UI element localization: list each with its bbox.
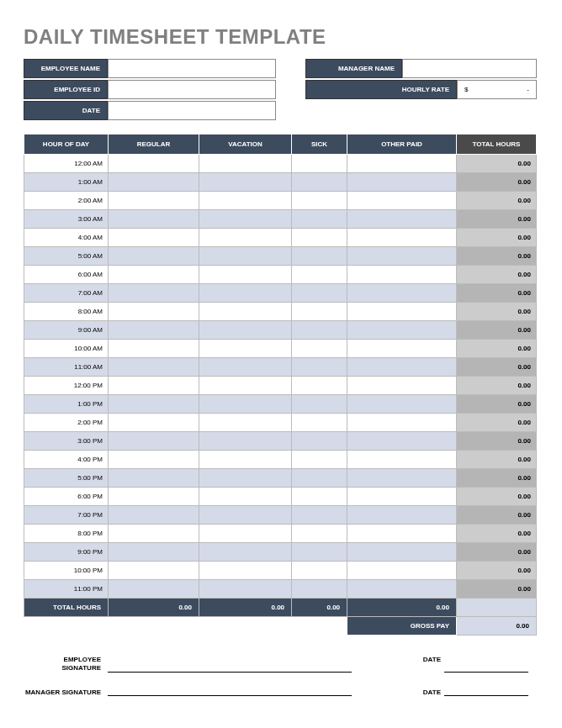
sick-cell[interactable] [292,284,347,303]
other-cell[interactable] [347,562,457,580]
regular-cell[interactable] [109,469,199,488]
sick-cell[interactable] [292,395,347,414]
regular-cell[interactable] [109,488,199,506]
sick-cell[interactable] [292,580,347,599]
vacation-cell[interactable] [199,210,291,229]
vacation-cell[interactable] [199,340,291,358]
vacation-cell[interactable] [199,284,291,303]
other-cell[interactable] [347,414,457,432]
sick-cell[interactable] [292,432,347,451]
sick-cell[interactable] [292,210,347,229]
sick-cell[interactable] [292,414,347,432]
other-cell[interactable] [347,506,457,525]
regular-cell[interactable] [109,192,199,210]
vacation-cell[interactable] [199,266,291,284]
regular-cell[interactable] [109,432,199,451]
vacation-cell[interactable] [199,303,291,321]
other-cell[interactable] [347,432,457,451]
regular-cell[interactable] [109,321,199,340]
other-cell[interactable] [347,340,457,358]
mgr-name-input[interactable] [402,59,537,78]
sick-cell[interactable] [292,562,347,580]
other-cell[interactable] [347,525,457,543]
other-cell[interactable] [347,469,457,488]
regular-cell[interactable] [109,358,199,377]
sick-cell[interactable] [292,451,347,469]
vacation-cell[interactable] [199,451,291,469]
other-cell[interactable] [347,210,457,229]
sick-cell[interactable] [292,543,347,562]
rate-input[interactable]: $ - [457,80,537,99]
sick-cell[interactable] [292,525,347,543]
other-cell[interactable] [347,266,457,284]
sick-cell[interactable] [292,229,347,247]
vacation-cell[interactable] [199,395,291,414]
sick-cell[interactable] [292,192,347,210]
regular-cell[interactable] [109,340,199,358]
sick-cell[interactable] [292,506,347,525]
mgr-sig-date-line[interactable] [444,695,528,696]
other-cell[interactable] [347,488,457,506]
other-cell[interactable] [347,247,457,266]
vacation-cell[interactable] [199,562,291,580]
regular-cell[interactable] [109,210,199,229]
regular-cell[interactable] [109,284,199,303]
regular-cell[interactable] [109,525,199,543]
vacation-cell[interactable] [199,525,291,543]
sick-cell[interactable] [292,377,347,395]
vacation-cell[interactable] [199,155,291,173]
other-cell[interactable] [347,173,457,192]
other-cell[interactable] [347,192,457,210]
vacation-cell[interactable] [199,247,291,266]
other-cell[interactable] [347,543,457,562]
regular-cell[interactable] [109,377,199,395]
date-input[interactable] [108,101,276,120]
sick-cell[interactable] [292,247,347,266]
regular-cell[interactable] [109,414,199,432]
regular-cell[interactable] [109,580,199,599]
vacation-cell[interactable] [199,488,291,506]
vacation-cell[interactable] [199,543,291,562]
vacation-cell[interactable] [199,321,291,340]
emp-name-input[interactable] [108,59,276,78]
vacation-cell[interactable] [199,506,291,525]
sick-cell[interactable] [292,340,347,358]
other-cell[interactable] [347,395,457,414]
other-cell[interactable] [347,377,457,395]
regular-cell[interactable] [109,247,199,266]
vacation-cell[interactable] [199,580,291,599]
sick-cell[interactable] [292,321,347,340]
regular-cell[interactable] [109,506,199,525]
vacation-cell[interactable] [199,432,291,451]
sick-cell[interactable] [292,358,347,377]
regular-cell[interactable] [109,266,199,284]
other-cell[interactable] [347,155,457,173]
sick-cell[interactable] [292,173,347,192]
other-cell[interactable] [347,580,457,599]
mgr-sig-line[interactable] [108,695,352,696]
emp-id-input[interactable] [108,80,276,99]
vacation-cell[interactable] [199,358,291,377]
regular-cell[interactable] [109,395,199,414]
other-cell[interactable] [347,284,457,303]
emp-sig-date-line[interactable] [444,672,528,673]
vacation-cell[interactable] [199,229,291,247]
other-cell[interactable] [347,229,457,247]
vacation-cell[interactable] [199,469,291,488]
sick-cell[interactable] [292,155,347,173]
sick-cell[interactable] [292,488,347,506]
emp-sig-line[interactable] [108,672,352,673]
other-cell[interactable] [347,321,457,340]
vacation-cell[interactable] [199,173,291,192]
regular-cell[interactable] [109,155,199,173]
other-cell[interactable] [347,358,457,377]
other-cell[interactable] [347,451,457,469]
sick-cell[interactable] [292,266,347,284]
regular-cell[interactable] [109,543,199,562]
regular-cell[interactable] [109,303,199,321]
sick-cell[interactable] [292,303,347,321]
regular-cell[interactable] [109,451,199,469]
vacation-cell[interactable] [199,192,291,210]
vacation-cell[interactable] [199,414,291,432]
vacation-cell[interactable] [199,377,291,395]
